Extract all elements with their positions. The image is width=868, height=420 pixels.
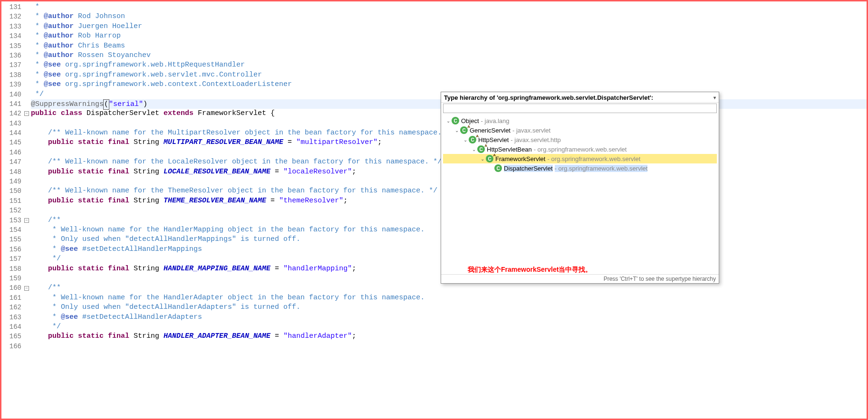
line-number: 137 [1,60,24,70]
fold-toggle-icon[interactable]: − [24,111,29,116]
tree-node[interactable]: ⌄CGenericServlet - javax.servlet [443,125,717,135]
javadoc-line: * [31,12,44,20]
tree-node[interactable]: CDispatcherServlet - org.springframework… [443,163,717,173]
line-number: 135 [1,41,24,51]
tree-twisty-icon[interactable]: ⌄ [453,128,460,133]
line-number: 133 [1,22,24,31]
parent-class: FrameworkServlet { [198,109,275,117]
keyword: public static final [48,168,134,176]
javadoc-tag: @see [61,245,78,253]
line-number: 138 [1,70,24,80]
op: = [266,197,279,205]
semi: ; [377,138,382,146]
javadoc-line: * [31,22,44,30]
annotation: @SuppressWarnings [31,100,104,108]
javadoc-text: #setDetectAllHandlerMappings [78,245,202,253]
line-number: 140 [1,90,24,99]
class-icon: C [494,164,502,172]
line-number: 136 [1,51,24,60]
line-number: 141 [1,99,24,109]
tree-twisty-icon[interactable]: ⌄ [462,137,469,143]
javadoc-line: * Only used when "detectAllHandlerAdapte… [48,303,300,311]
string-literal: "multipartResolver" [296,138,377,146]
op: = [270,265,283,273]
javadoc-tag: @author [44,22,74,30]
popup-titlebar: Type hierarchy of 'org.springframework.w… [441,92,719,103]
tree-twisty-icon[interactable]: ⌄ [445,118,452,124]
line-number: 144 [1,128,24,138]
abstract-class-icon: C [486,155,493,162]
tree-node-package: - org.springframework.web.servlet [534,146,627,153]
javadoc-tag: @author [44,42,74,50]
line-number: 163 [1,313,24,322]
string-literal: "serial" [109,100,143,108]
line-number: 155 [1,235,24,244]
javadoc-text: org.springframework.web.HttpRequestHandl… [61,61,245,69]
javadoc-tag: @see [44,80,61,88]
javadoc-text: Rob Harrop [74,32,121,40]
tree-twisty-icon[interactable]: ⌄ [479,156,486,162]
line-number: 165 [1,332,24,341]
abstract-class-icon: C [460,126,468,134]
line-number: 164 [1,322,24,332]
semi: ; [352,332,356,340]
tree-node-package: - org.springframework.web.servlet [555,165,648,172]
javadoc-text: org.springframework.web.context.ContextL… [61,80,292,88]
semi: ; [352,265,356,273]
tree-node[interactable]: ⌄CObject - java.lang [443,116,717,125]
javadoc-tag: @author [44,12,74,20]
javadoc-line: /** Well-known name for the MultipartRes… [48,129,454,137]
semi: ; [352,168,356,176]
popup-filter-input[interactable] [443,104,717,113]
javadoc-start: /** [48,284,61,292]
javadoc-text: Juergen Hoeller [74,22,142,30]
fold-toggle-icon[interactable]: − [24,286,29,291]
string-literal: "localeResolver" [283,168,352,176]
abstract-class-icon: C [477,145,485,153]
screenshot-frame: 1311321331341351361371381391401411421431… [0,0,868,420]
fold-toggle-icon[interactable]: − [24,218,29,223]
line-number: 159 [1,274,24,283]
string-literal: "handlerAdapter" [283,332,352,340]
tree-twisty-icon[interactable]: ⌄ [471,147,477,152]
line-number: 149 [1,177,24,186]
tree-node-name: GenericServlet [470,127,511,134]
string-literal: "themeResolver" [279,197,343,205]
op: = [283,138,296,146]
javadoc-line: * [31,42,44,50]
javadoc-start: /** [48,216,61,224]
string-literal: "handlerMapping" [283,265,352,273]
keyword: public static final [48,197,134,205]
popup-title-text: Type hierarchy of 'org.springframework.w… [444,94,653,101]
field-name: LOCALE_RESOLVER_BEAN_NAME [164,168,270,176]
keyword: public static final [48,265,134,273]
tree-node[interactable]: ⌄CHttpServlet - javax.servlet.http [443,135,717,144]
line-number: 160 [1,283,24,293]
line-number: 148 [1,167,24,177]
javadoc-line: * [31,3,39,11]
line-number: 162 [1,303,24,312]
javadoc-text: Rod Johnson [74,12,125,20]
tree-node-name: DispatcherServlet [504,165,553,172]
code-editor: 1311321331341351361371381391401411421431… [1,1,867,419]
type-hierarchy-popup[interactable]: Type hierarchy of 'org.springframework.w… [441,92,719,284]
javadoc-line: * [48,313,61,321]
line-number: 142 [1,109,24,118]
javadoc-tag: @see [44,71,61,79]
paren: ) [143,100,147,108]
javadoc-line: /** Well-known name for the LocaleResolv… [48,158,442,166]
javadoc-line: /** Well-known name for the ThemeResolve… [48,187,437,195]
line-number: 143 [1,119,24,128]
tree-node[interactable]: ⌄CFrameworkServlet - org.springframework… [443,154,717,163]
javadoc-tag: @see [44,61,61,69]
javadoc-end: */ [31,90,44,98]
javadoc-tag: @author [44,51,74,59]
javadoc-line: * Well-known name for the HandlerAdapter… [48,294,424,302]
javadoc-text: Chris Beams [74,42,125,50]
popup-menu-icon[interactable]: ▾ [714,95,716,100]
tree-node[interactable]: ⌄CHttpServletBean - org.springframework.… [443,144,717,154]
type-hierarchy-tree[interactable]: ⌄CObject - java.lang⌄CGenericServlet - j… [441,115,719,263]
line-number: 146 [1,148,24,157]
tree-node-name: HttpServlet [478,136,509,143]
abstract-class-icon: C [469,136,476,143]
